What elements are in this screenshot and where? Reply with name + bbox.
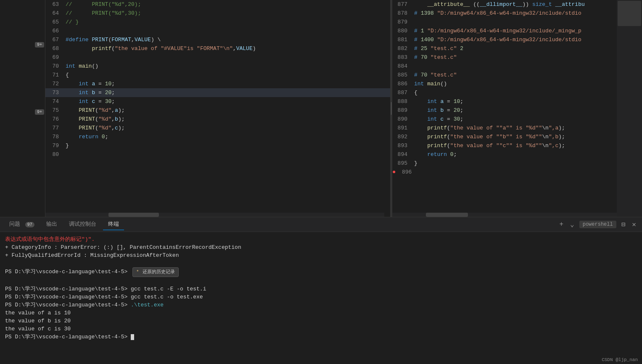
right-line-891: 891 printf("the value of ""a"" is "%d""\… (392, 124, 642, 132)
code-line-79: 79 } (45, 141, 390, 150)
terminal-line-output-a: the value of a is 10 (5, 309, 637, 317)
terminal-line-gcc2: PS D:\学习\vscode-c-language\test-4-5> gcc… (5, 293, 637, 301)
right-line-880: 880 # 1 "D:/mingw64/x86_64-w64-mingw32/i… (392, 26, 642, 35)
terminal-line-ps1: PS D:\学习\vscode-c-language\test-4-5> * 还… (5, 267, 637, 277)
terminal-line-qualified: + FullyQualifiedErrorId : MissingExpress… (5, 251, 637, 259)
add-terminal-button[interactable]: + (557, 220, 565, 229)
terminal-tabs: 问题 97 输出 调试控制台 终端 + ⌄ powershell ⊟ ✕ (0, 217, 642, 232)
red-dot-icon: ● (392, 168, 396, 177)
code-line-66: 66 (45, 26, 390, 35)
right-line-882: 882 # 25 "test.c" 2 (392, 44, 642, 53)
code-line-70: 70 int main() (45, 62, 390, 71)
code-line-74: 74 int c = 30; (45, 97, 390, 106)
terminal-line-output-c: the value of c is 30 (5, 325, 637, 333)
code-line-73: 73 int b = 20; (45, 88, 390, 97)
left-gutter: 9+ 9+ (0, 0, 45, 217)
minimap (617, 0, 642, 217)
code-line-75: 75 PRINT("%d",a); (45, 106, 390, 115)
right-line-881: 881 # 1400 "D:/mingw64/x86_64-w64-mingw3… (392, 35, 642, 44)
right-line-884: 884 (392, 62, 642, 71)
tab-terminal[interactable]: 终端 (103, 219, 124, 230)
code-line-63: 63 // PRINT("%d",20); (45, 0, 390, 9)
left-code-panel[interactable]: 63 // PRINT("%d",20); 64 // PRINT("%d",3… (45, 0, 390, 217)
right-line-886: 886 int main() (392, 79, 642, 88)
code-line-69: 69 (45, 53, 390, 62)
terminal-chevron-down[interactable]: ⌄ (568, 219, 576, 229)
terminal-content[interactable]: 表达式或语句中包含意外的标记")". + CategoryInfo : Pars… (0, 232, 642, 364)
right-line-883: 883 # 70 "test.c" (392, 53, 642, 62)
code-line-64: 64 // PRINT("%d",30); (45, 9, 390, 18)
terminal-line-blank1 (5, 259, 637, 267)
code-line-72: 72 int a = 10; (45, 79, 390, 88)
terminal-line-blank2 (5, 277, 637, 285)
right-line-887: 887 { (392, 88, 642, 97)
minimap-thumb (618, 1, 641, 26)
right-line-888: 888 int a = 10; (392, 97, 642, 106)
right-code-panel[interactable]: 877 __attribute__ ((__dllimport__)) size… (392, 0, 642, 217)
right-line-893: 893 printf("the value of ""c"" is "%d""\… (392, 141, 642, 150)
right-scrollbar-h[interactable] (392, 213, 617, 217)
history-badge: * 还原的历史记录 (132, 267, 179, 277)
terminal-line-error: 表达式或语句中包含意外的标记")". (5, 235, 637, 243)
code-line-65: 65 // } (45, 18, 390, 26)
gutter-badge-top: 9+ (35, 42, 44, 47)
right-scroll-thumb[interactable] (426, 213, 468, 217)
right-line-892: 892 printf("the value of ""b"" is "%d""\… (392, 132, 642, 141)
code-line-78: 78 return 0; (45, 132, 390, 141)
tab-output[interactable]: 输出 (41, 219, 62, 230)
right-line-890: 890 int c = 30; (392, 115, 642, 124)
code-line-68: 68 printf("the value of "#VALUE"is "FORM… (45, 44, 390, 53)
scroll-h-stub[interactable] (45, 213, 384, 217)
scroll-thumb[interactable] (108, 213, 159, 217)
powershell-label[interactable]: powershell (579, 221, 616, 228)
split-terminal-button[interactable]: ⊟ (620, 219, 627, 229)
right-line-879: 879 (392, 18, 642, 26)
gutter-badge-bottom: 9+ (35, 109, 44, 115)
csdn-label: CSDN @ljp_nan (602, 357, 638, 362)
terminal-line-run: PS D:\学习\vscode-c-language\test-4-5> .\t… (5, 301, 637, 309)
code-line-80: 80 (45, 150, 390, 159)
terminal-cursor (131, 334, 134, 340)
code-line-71: 71 { (45, 71, 390, 79)
code-line-67: 67 #define PRINT(FORMAT,VALUE) \ (45, 35, 390, 44)
terminal-line-output-b: the value of b is 20 (5, 317, 637, 325)
terminal-line-prompt: PS D:\学习\vscode-c-language\test-4-5> (5, 333, 637, 341)
terminal-line-gcc1: PS D:\学习\vscode-c-language\test-4-5> gcc… (5, 285, 637, 293)
editor-area: 9+ 9+ 63 // PRINT("%d",20); 64 // PRINT(… (0, 0, 642, 217)
right-line-878: 878 # 1398 "D:/mingw64/x86_64-w64-mingw3… (392, 9, 642, 18)
right-line-885: 885 # 70 "test.c" (392, 71, 642, 79)
code-line-77: 77 PRINT("%d",c); (45, 124, 390, 132)
tab-problems[interactable]: 问题 97 (4, 219, 40, 230)
right-line-894: 894 return 0; (392, 150, 642, 159)
right-line-895: 895 } (392, 159, 642, 168)
right-line-896: ● 896 (392, 168, 642, 177)
close-terminal-button[interactable]: ✕ (630, 219, 638, 229)
tab-debug-console[interactable]: 调试控制台 (64, 219, 101, 230)
problems-badge: 97 (25, 222, 34, 227)
code-line-76: 76 PRINT("%d",b); (45, 115, 390, 124)
right-line-889: 889 int b = 20; (392, 106, 642, 115)
terminal-panel: 问题 97 输出 调试控制台 终端 + ⌄ powershell ⊟ ✕ 表达式… (0, 217, 642, 364)
right-line-877: 877 __attribute__ ((__dllimport__)) size… (392, 0, 642, 9)
terminal-actions: + ⌄ powershell ⊟ ✕ (557, 219, 638, 229)
terminal-line-category: + CategoryInfo : ParserError: (:) [], Pa… (5, 243, 637, 251)
